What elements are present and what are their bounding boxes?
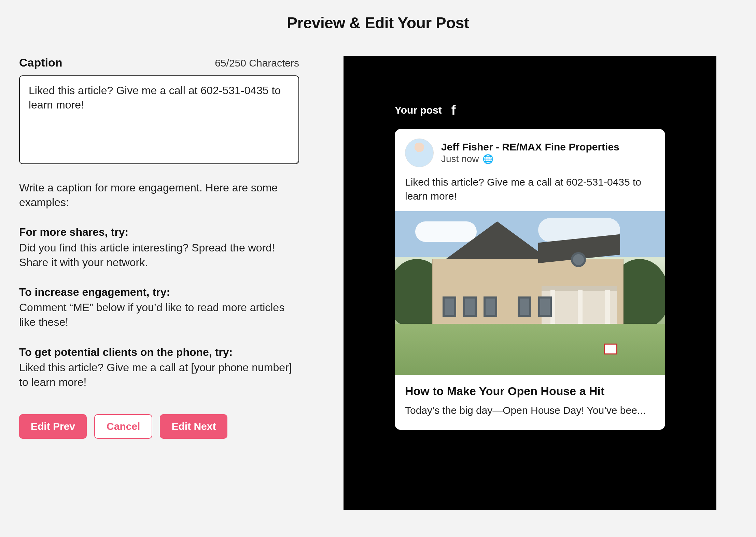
caption-help-text: Write a caption for more engagement. Her… (19, 180, 299, 210)
edit-prev-button[interactable]: Edit Prev (19, 414, 87, 439)
tip-phone: To get potential clients on the phone, t… (19, 345, 299, 390)
post-caption: Liked this article? Give me a call at 60… (395, 175, 665, 211)
post-card: Jeff Fisher - RE/MAX Fine Properties Jus… (395, 129, 665, 430)
character-count: 65/250 Characters (215, 57, 299, 69)
post-image (395, 211, 665, 375)
editor-panel: Caption 65/250 Characters Write a captio… (19, 56, 299, 439)
caption-input[interactable] (19, 75, 299, 164)
facebook-icon: f (451, 104, 456, 117)
post-author: Jeff Fisher - RE/MAX Fine Properties (441, 141, 619, 153)
tip-body: Liked this article? Give me a call at [y… (19, 360, 299, 390)
article-excerpt: Today’s the big day—Open House Day! You’… (405, 405, 655, 416)
tip-head: For more shares, try: (19, 225, 299, 240)
tip-engagement: To increase engagement, try: Comment “ME… (19, 285, 299, 330)
tip-head: To get potential clients on the phone, t… (19, 345, 299, 360)
page-title: Preview & Edit Your Post (19, 14, 737, 32)
post-time: Just now (441, 154, 479, 164)
cancel-button[interactable]: Cancel (94, 414, 152, 439)
tip-body: Comment “ME” below if you’d like to read… (19, 300, 299, 330)
your-post-label: Your post (395, 104, 442, 116)
globe-icon: 🌐 (482, 155, 493, 163)
caption-label: Caption (19, 56, 62, 69)
preview-panel: Your post f Jeff Fisher - RE/MAX Fine Pr… (344, 56, 716, 510)
edit-next-button[interactable]: Edit Next (160, 414, 227, 439)
article-title: How to Make Your Open House a Hit (405, 384, 655, 398)
open-sign-icon (604, 344, 617, 354)
tip-head: To increase engagement, try: (19, 285, 299, 300)
tip-body: Did you find this article interesting? S… (19, 241, 299, 270)
avatar (405, 139, 434, 167)
tip-shares: For more shares, try: Did you find this … (19, 225, 299, 270)
